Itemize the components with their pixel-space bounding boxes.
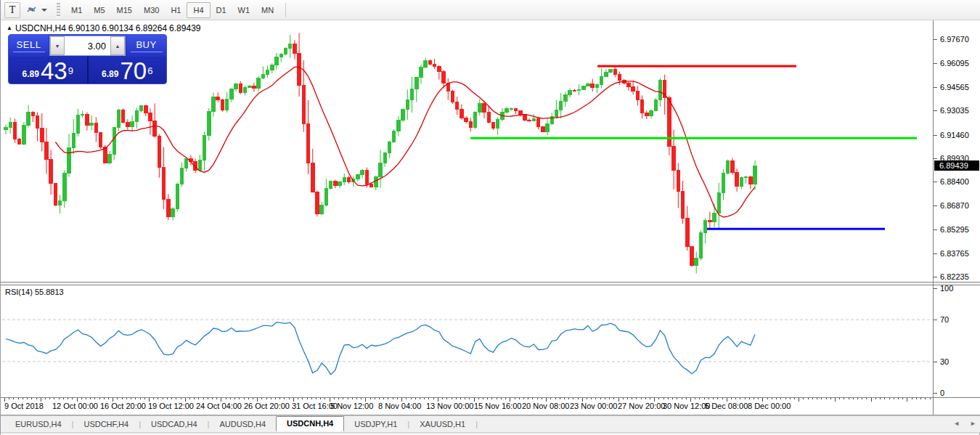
time-tick xyxy=(420,398,420,399)
volume-increase-button[interactable]: ▲ xyxy=(110,36,125,55)
chart-tab-usdchf-h4[interactable]: USDCHF,H4 xyxy=(73,418,139,431)
price-tick xyxy=(934,277,937,277)
time-tick xyxy=(875,398,876,399)
volume-decrease-button[interactable]: ▼ xyxy=(50,36,65,55)
time-tick xyxy=(212,398,213,399)
chart-tab-eurusd-h4[interactable]: EURUSD,H4 xyxy=(5,418,72,431)
time-tick xyxy=(866,398,867,399)
chart-tab-usdcad-h4[interactable]: USDCAD,H4 xyxy=(141,418,208,431)
time-tick xyxy=(226,398,226,399)
time-tick xyxy=(253,398,253,399)
timeframe-button-m30[interactable]: M30 xyxy=(138,2,165,18)
timeframe-button-h1[interactable]: H1 xyxy=(165,2,187,18)
breakout-line[interactable] xyxy=(470,137,917,139)
time-axis-label: 16 Oct 20:00 xyxy=(100,402,146,410)
time-axis-label: 27 Nov 20:00 xyxy=(618,402,665,410)
resistance-line[interactable] xyxy=(597,65,796,68)
chart-tab-xauusd-h1[interactable]: XAUUSD,H1 xyxy=(409,418,475,431)
cursor-arrows-tool-button[interactable] xyxy=(22,2,51,18)
time-tick xyxy=(862,398,862,399)
collapse-triangle-icon[interactable]: ▲ xyxy=(7,25,12,31)
tab-scroll-left-button[interactable]: ◄ xyxy=(953,420,960,427)
time-tick xyxy=(650,398,650,399)
time-tick xyxy=(99,398,100,399)
time-tick xyxy=(871,398,872,402)
chart-title: ▲USDCNH,H46.901306.901346.892646.89439 xyxy=(7,23,203,33)
time-tick xyxy=(849,398,849,399)
timeframe-button-m5[interactable]: M5 xyxy=(88,2,110,18)
time-tick xyxy=(230,398,231,399)
timeframe-button-m15[interactable]: M15 xyxy=(111,2,138,18)
tab-scroll-right-button[interactable]: ► xyxy=(970,420,976,427)
chart-workspace: ▲USDCNH,H46.901306.901346.892646.89439 S… xyxy=(1,20,980,415)
rsi-tick-label: 100 xyxy=(940,284,953,293)
time-tick xyxy=(613,398,614,399)
time-tick xyxy=(465,398,465,399)
timeframe-button-m1[interactable]: M1 xyxy=(65,2,88,18)
price-tick-label: 6.94565 xyxy=(940,83,969,92)
timeframe-button-h4[interactable]: H4 xyxy=(187,2,210,18)
time-tick xyxy=(880,398,881,399)
volume-input[interactable]: 3.00 xyxy=(65,36,110,55)
time-tick xyxy=(361,398,362,399)
timeframe-button-d1[interactable]: D1 xyxy=(211,2,232,18)
time-tick xyxy=(884,398,885,399)
timeframe-button-mn[interactable]: MN xyxy=(256,2,279,18)
time-axis[interactable]: 9 Oct 201812 Oct 00:0016 Oct 20:0019 Oct… xyxy=(2,398,933,415)
dropdown-caret-icon xyxy=(41,9,47,12)
sell-button[interactable]: SELL xyxy=(9,35,49,57)
time-tick xyxy=(23,398,23,399)
toolbar-grip[interactable] xyxy=(57,3,60,17)
price-tick xyxy=(934,87,937,88)
buy-price-main: 70 xyxy=(120,59,147,83)
time-tick xyxy=(72,398,73,399)
time-tick xyxy=(780,398,781,399)
current-price-badge: 6.89439 xyxy=(934,160,979,171)
time-tick xyxy=(31,398,32,399)
time-tick xyxy=(90,398,91,399)
time-tick xyxy=(528,398,528,399)
time-tick xyxy=(153,398,154,399)
chart-tab-usdcnh-h4[interactable]: USDCNH,H4 xyxy=(276,416,344,431)
rsi-indicator-chart[interactable] xyxy=(2,285,933,397)
time-tick xyxy=(560,398,560,399)
time-tick xyxy=(45,398,46,399)
sell-price[interactable]: 6.89 43 9 xyxy=(9,57,89,84)
tab-divider: | xyxy=(475,420,478,428)
price-tick-label: 6.82235 xyxy=(940,272,969,281)
time-tick xyxy=(208,398,208,399)
trading-terminal-window: T M1M5M15M30H1H4D1W1MN ▲USDCNH,H46.90130… xyxy=(0,0,980,435)
time-axis-label: 13 Nov 00:00 xyxy=(426,402,473,410)
pane-separator[interactable] xyxy=(1,282,980,285)
time-tick xyxy=(568,398,569,399)
time-tick xyxy=(740,398,740,399)
time-tick xyxy=(284,398,285,399)
time-tick xyxy=(686,398,687,399)
time-tick xyxy=(27,398,28,399)
time-tick xyxy=(289,398,290,399)
time-tick xyxy=(348,398,348,399)
time-tick xyxy=(81,398,82,399)
chart-tab-usdjpy-h1[interactable]: USDJPY,H1 xyxy=(344,418,407,431)
time-tick xyxy=(645,398,646,399)
text-label-tool-button[interactable]: T xyxy=(4,2,20,18)
volume-control: ▼ 3.00 ▲ xyxy=(49,36,126,56)
time-tick xyxy=(117,398,118,399)
time-tick xyxy=(826,398,827,399)
time-tick xyxy=(925,398,926,399)
time-tick xyxy=(491,398,492,399)
buy-button[interactable]: BUY xyxy=(126,35,166,57)
time-tick xyxy=(519,398,520,399)
buy-price[interactable]: 6.89 70 6 xyxy=(89,57,167,84)
support-line[interactable] xyxy=(707,228,885,230)
time-axis-label: 5 Nov 12:00 xyxy=(330,402,373,410)
time-tick xyxy=(393,398,393,399)
time-tick xyxy=(636,398,637,399)
time-tick xyxy=(36,398,37,399)
time-tick xyxy=(632,398,632,399)
timeframe-button-w1[interactable]: W1 xyxy=(232,2,256,18)
price-tick xyxy=(934,63,937,64)
chart-tab-audusd-h4[interactable]: AUDUSD,H4 xyxy=(209,418,276,431)
time-tick xyxy=(857,398,858,399)
time-tick xyxy=(844,398,844,399)
